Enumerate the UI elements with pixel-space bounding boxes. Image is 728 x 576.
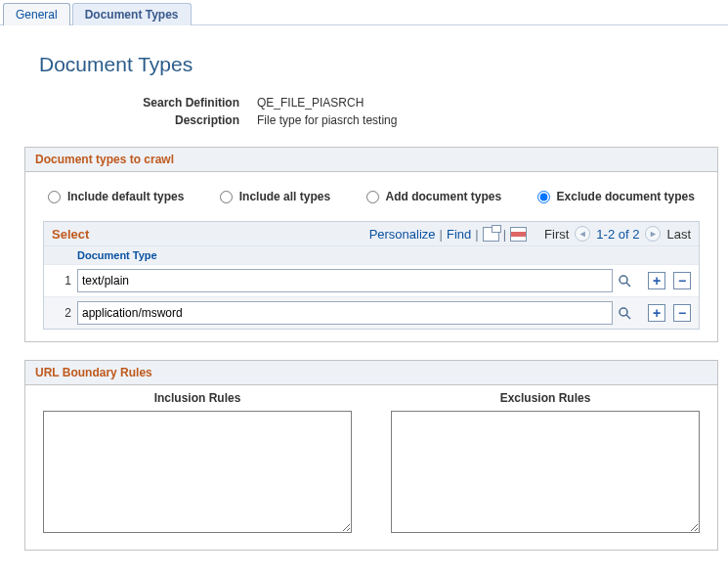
- radio-add-document-types-input[interactable]: [366, 191, 379, 203]
- radio-add-document-types[interactable]: Add document types: [366, 190, 502, 203]
- description-value: File type for piasrch testing: [257, 113, 397, 127]
- svg-point-0: [620, 276, 627, 284]
- grid-find-link[interactable]: Find: [447, 227, 471, 242]
- radio-include-default-types-input[interactable]: [48, 191, 61, 203]
- radio-add-document-types-label: Add document types: [386, 190, 502, 203]
- grid-popup-icon[interactable]: [483, 227, 499, 242]
- svg-point-2: [620, 308, 627, 316]
- exclusion-rules-textarea[interactable]: [391, 411, 700, 533]
- crawl-type-radio-group: Include default types Include all types …: [48, 190, 695, 203]
- radio-exclude-document-types-input[interactable]: [537, 191, 550, 203]
- search-definition-value: QE_FILE_PIASRCH: [257, 96, 364, 110]
- page-title: Document Types: [39, 53, 728, 76]
- radio-include-default-types[interactable]: Include default types: [48, 190, 184, 203]
- search-definition-label: Search Definition: [39, 96, 257, 110]
- row-number: 2: [52, 306, 77, 320]
- radio-include-all-types[interactable]: Include all types: [220, 190, 330, 203]
- grid-nav-first[interactable]: First: [544, 227, 569, 242]
- grid-nav-last[interactable]: Last: [666, 227, 691, 242]
- section-title-crawl: Document types to crawl: [25, 148, 717, 172]
- inclusion-rules-textarea[interactable]: [43, 411, 352, 533]
- description-label: Description: [39, 113, 257, 127]
- grid-download-icon[interactable]: [510, 227, 527, 242]
- section-url-boundary-rules: URL Boundary Rules Inclusion Rules Exclu…: [24, 360, 718, 551]
- exclusion-rules-label: Exclusion Rules: [391, 391, 700, 405]
- delete-row-button[interactable]: −: [673, 272, 691, 289]
- delete-row-button[interactable]: −: [673, 304, 691, 322]
- row-number: 1: [52, 274, 77, 288]
- svg-line-1: [626, 283, 630, 287]
- separator: |: [440, 227, 443, 242]
- inclusion-rules-label: Inclusion Rules: [43, 391, 352, 405]
- grid-prev-icon[interactable]: ◄: [575, 226, 590, 242]
- document-type-input[interactable]: [77, 269, 613, 292]
- grid-range: 1-2 of 2: [596, 227, 639, 242]
- section-document-types-to-crawl: Document types to crawl Include default …: [24, 147, 718, 342]
- lookup-icon[interactable]: [617, 305, 632, 321]
- document-type-grid: Select Personalize | Find | | First ◄ 1-…: [43, 221, 700, 330]
- document-type-input[interactable]: [77, 301, 613, 325]
- separator: |: [475, 227, 478, 242]
- table-row: 1+−: [44, 264, 699, 296]
- lookup-icon[interactable]: [617, 273, 632, 288]
- radio-include-default-types-label: Include default types: [67, 190, 184, 203]
- add-row-button[interactable]: +: [648, 272, 665, 289]
- radio-include-all-types-input[interactable]: [220, 191, 233, 203]
- radio-exclude-document-types-label: Exclude document types: [557, 190, 695, 203]
- tab-document-types[interactable]: Document Types: [72, 3, 192, 25]
- separator: |: [503, 227, 506, 242]
- grid-next-icon[interactable]: ►: [645, 226, 661, 242]
- tab-general[interactable]: General: [3, 3, 70, 25]
- svg-line-3: [626, 315, 630, 319]
- definition-fields: Search Definition QE_FILE_PIASRCH Descri…: [39, 96, 728, 127]
- grid-header-document-type[interactable]: Document Type: [77, 249, 691, 261]
- grid-title: Select: [52, 227, 89, 242]
- add-row-button[interactable]: +: [648, 304, 665, 322]
- radio-include-all-types-label: Include all types: [239, 190, 330, 203]
- radio-exclude-document-types[interactable]: Exclude document types: [537, 190, 695, 203]
- section-title-boundary: URL Boundary Rules: [25, 361, 717, 385]
- grid-personalize-link[interactable]: Personalize: [369, 227, 436, 242]
- table-row: 2+−: [44, 296, 699, 329]
